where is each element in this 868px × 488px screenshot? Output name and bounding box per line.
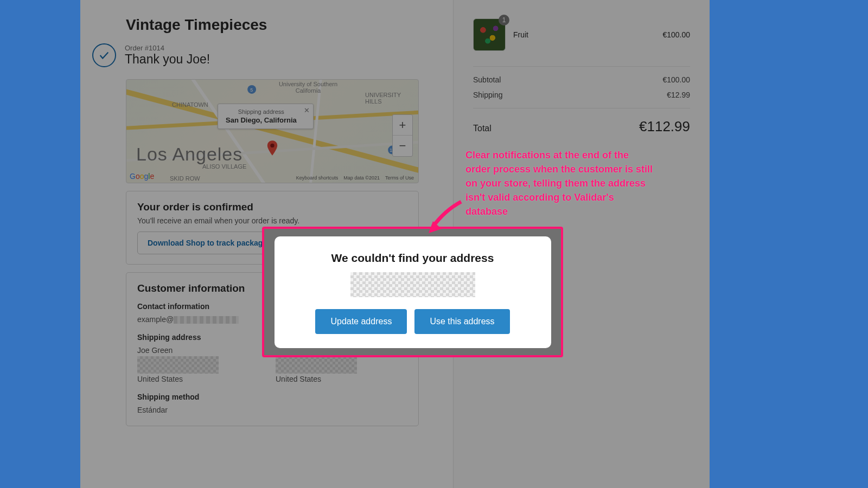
total-value: €112.99: [639, 118, 690, 135]
shipping-value: €12.99: [667, 91, 690, 99]
map-footer-link[interactable]: Keyboard shortcuts: [296, 175, 339, 181]
redacted-address: [350, 272, 475, 297]
map-tooltip-location: San Diego, California: [226, 116, 297, 124]
shipping-map[interactable]: 5 10 University of Southern California C…: [126, 79, 419, 183]
shipping-address-label: Shipping address: [137, 333, 269, 342]
subtotal-label: Subtotal: [473, 75, 501, 84]
redacted-address: [137, 356, 219, 374]
store-title: Vintage Timepieces: [126, 16, 433, 34]
redacted-address: [276, 356, 357, 374]
product-name: Fruit: [513, 30, 655, 39]
billing-country: United States: [276, 374, 407, 385]
map-zoom-control: + −: [392, 114, 413, 157]
checkmark-icon: [92, 43, 116, 67]
thank-you-message: Thank you Joe!: [125, 52, 210, 67]
google-logo: Google: [130, 172, 154, 181]
zoom-out-button[interactable]: −: [393, 136, 412, 156]
confirm-heading: Your order is confirmed: [137, 201, 407, 213]
annotation-text: Clear notifications at the end of the or…: [465, 148, 655, 219]
total-row: Total €112.99: [473, 114, 690, 135]
map-pin-icon: [266, 140, 278, 158]
download-shop-button[interactable]: Download Shop to track package: [137, 232, 277, 254]
map-tooltip-title: Shipping address: [226, 108, 297, 115]
modal-heading: We couldn't find your address: [288, 252, 538, 265]
close-icon[interactable]: ✕: [304, 106, 310, 114]
svg-text:5: 5: [250, 87, 253, 93]
map-label: CHINATOWN: [172, 101, 208, 108]
subtotal-row: Subtotal €100.00: [473, 72, 690, 87]
confirm-body: You'll receive an email when your order …: [137, 216, 407, 225]
cart-item-row: 1 Fruit €100.00: [473, 16, 690, 61]
shipping-name: Joe Green: [137, 345, 269, 356]
svg-point-4: [270, 144, 274, 147]
subtotal-value: €100.00: [662, 75, 690, 84]
zoom-in-button[interactable]: +: [393, 115, 412, 136]
shipping-label: Shipping: [473, 91, 503, 99]
shipping-method-label: Shipping method: [137, 393, 269, 401]
map-city-label: Los Angeles: [136, 144, 242, 165]
annotation-arrow-icon: [423, 195, 467, 241]
map-label: UNIVERSITY HILLS: [365, 92, 409, 105]
product-price: €100.00: [662, 30, 690, 39]
update-address-button[interactable]: Update address: [315, 309, 407, 334]
address-warning-highlight: We couldn't find your address Update add…: [262, 227, 563, 357]
map-tooltip: ✕ Shipping address San Diego, California: [218, 104, 314, 129]
map-footer-link[interactable]: Terms of Use: [385, 175, 414, 181]
qty-badge: 1: [499, 15, 509, 25]
address-warning-modal: We couldn't find your address Update add…: [275, 236, 551, 348]
map-footer-text: Map data ©2021: [343, 175, 380, 181]
shipping-row: Shipping €12.99: [473, 87, 690, 102]
product-thumbnail: 1: [473, 18, 506, 51]
map-label: University of Southern California: [278, 81, 338, 94]
shipping-country: United States: [137, 374, 269, 385]
map-label: SKID ROW: [170, 175, 200, 182]
total-label: Total: [473, 124, 492, 133]
use-this-address-button[interactable]: Use this address: [414, 309, 509, 334]
order-number: Order #1014: [125, 44, 210, 52]
shipping-method: Estándar: [137, 404, 269, 416]
